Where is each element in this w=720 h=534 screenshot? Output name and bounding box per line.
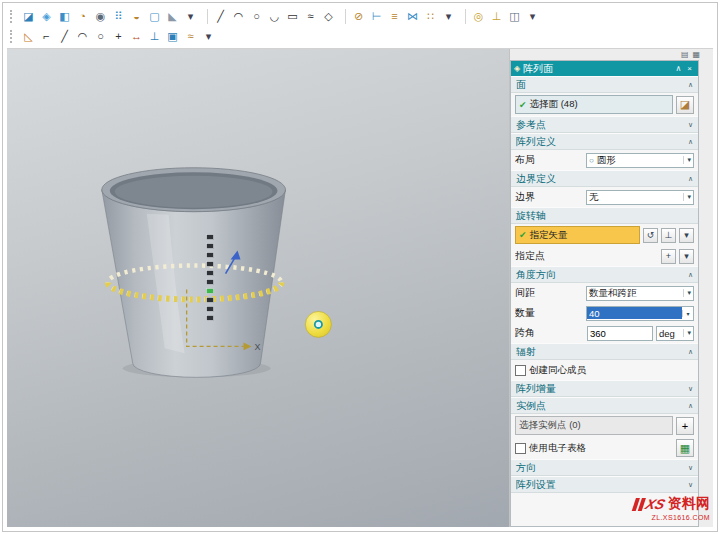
sketch-more-dropdown-icon[interactable]: ▾: [200, 28, 217, 45]
sketch-icon[interactable]: ◪: [20, 8, 37, 25]
count-spinner-icon[interactable]: ▾: [682, 310, 693, 317]
section-radiate-label: 辐射: [516, 345, 536, 359]
chevron-up-icon: ∧: [688, 271, 693, 279]
unite-icon[interactable]: ◒: [128, 8, 145, 25]
boundary-row: 边界 无 ▾: [511, 187, 698, 207]
sketch-point-icon[interactable]: +: [110, 28, 127, 45]
section-radiate[interactable]: 辐射 ∧: [511, 343, 698, 360]
face-button[interactable]: ◪: [676, 96, 694, 114]
watermark-url: ZL.XS1616.COM: [634, 514, 710, 521]
arc-icon[interactable]: ◠: [230, 8, 247, 25]
section-orientation-label: 方向: [516, 461, 536, 475]
panel-pin-icon[interactable]: ▤: [681, 50, 689, 59]
finish-sketch-icon[interactable]: ◺: [20, 28, 37, 45]
concentric-checkbox[interactable]: [515, 365, 526, 376]
span-angle-input[interactable]: [588, 327, 652, 339]
mirror-sketch-icon[interactable]: ▣: [164, 28, 181, 45]
section-pattern-definition[interactable]: 阵列定义 ∧: [511, 133, 698, 150]
dialog-collapse-icon[interactable]: ∧: [673, 64, 684, 73]
select-face-field[interactable]: ✔ 选择面 (48): [515, 95, 673, 114]
count-input[interactable]: [587, 307, 682, 319]
sketch-arc-icon[interactable]: ◠: [74, 28, 91, 45]
studio-spline-icon[interactable]: ≈: [302, 8, 319, 25]
section-orientation[interactable]: 方向 ∨: [511, 459, 698, 476]
spacing-dropdown[interactable]: 数量和跨距 ▾: [586, 286, 694, 301]
toolbar-row-1: ◪◈◧◔◉⠿◒▢◣▾╱◠○◡▭≈◇⊘⊢≡⋈∷▾◎⊥◫▾: [7, 6, 713, 26]
toolbar-separator: [341, 9, 346, 24]
specify-vector-field[interactable]: ✔ 指定矢量: [515, 226, 640, 244]
rectangle-icon[interactable]: ▭: [284, 8, 301, 25]
viewport-3d[interactable]: X: [7, 49, 509, 527]
mirror-curve-icon[interactable]: ⋈: [404, 8, 421, 25]
toolbar-separator: [203, 9, 208, 24]
section-reference-point[interactable]: 参考点 ∨: [511, 116, 698, 133]
dialog-close-icon[interactable]: ×: [684, 64, 695, 73]
vector-options-dropdown[interactable]: ▾: [679, 228, 694, 243]
section-angular-direction[interactable]: 角度方向 ∧: [511, 266, 698, 283]
spreadsheet-button[interactable]: ▦: [676, 439, 694, 457]
circle-icon[interactable]: ○: [248, 8, 265, 25]
span-angle-fieldbox: [587, 326, 653, 341]
spacing-label: 间距: [515, 286, 583, 300]
section-reference-point-label: 参考点: [516, 118, 546, 132]
sketch-line-icon[interactable]: ╱: [56, 28, 73, 45]
pattern-feature-icon[interactable]: ⠿: [110, 8, 127, 25]
datum-csys-icon[interactable]: ⊥: [488, 8, 505, 25]
section-boundary-definition[interactable]: 边界定义 ∧: [511, 170, 698, 187]
count-fieldbox: ▾: [586, 306, 694, 321]
vector-dialog-button[interactable]: ⊥: [661, 228, 676, 243]
main-content: X ▤ ▦ ◈ 阵列面 ∧ ×: [7, 48, 713, 527]
quick-extend-icon[interactable]: ⊢: [368, 8, 385, 25]
offset-curve-icon[interactable]: ≡: [386, 8, 403, 25]
more-tools-dropdown-icon[interactable]: ▾: [524, 8, 541, 25]
point-dialog-button[interactable]: +: [661, 249, 676, 264]
section-rotation-axis[interactable]: 旋转轴: [511, 207, 698, 224]
extrude-icon[interactable]: ◧: [56, 8, 73, 25]
section-pattern-settings[interactable]: 阵列设置 ∨: [511, 476, 698, 493]
point-icon[interactable]: ◎: [470, 8, 487, 25]
check-icon: ✔: [519, 100, 527, 110]
dialog-title: 阵列面: [523, 62, 673, 76]
dropdown-arrow-icon: ▾: [683, 156, 691, 164]
hole-icon[interactable]: ◉: [92, 8, 109, 25]
dialog-gem-icon: ◈: [514, 64, 520, 73]
section-pattern-increment[interactable]: 阵列增量 ∨: [511, 380, 698, 397]
point-options-dropdown[interactable]: ▾: [679, 249, 694, 264]
spreadsheet-checkbox[interactable]: [515, 443, 526, 454]
panel-grid-icon[interactable]: ▦: [692, 50, 700, 59]
feature-more-dropdown-icon[interactable]: ▾: [182, 8, 199, 25]
section-instance-points[interactable]: 实例点 ∧: [511, 397, 698, 414]
datum-plane-icon[interactable]: ◈: [38, 8, 55, 25]
line-icon[interactable]: ╱: [212, 8, 229, 25]
select-instance-field[interactable]: 选择实例点 (0): [515, 416, 673, 435]
drag-handle-ball[interactable]: [305, 311, 331, 337]
check-icon: ✔: [519, 230, 527, 240]
polygon-icon[interactable]: ◇: [320, 8, 337, 25]
dialog-titlebar[interactable]: ◈ 阵列面 ∧ ×: [511, 61, 698, 76]
toolbar-grip[interactable]: [10, 10, 16, 23]
offset-sketch-icon[interactable]: ≈: [182, 28, 199, 45]
revolve-icon[interactable]: ◔: [74, 8, 91, 25]
layout-dropdown[interactable]: ○ 圆形 ▾: [586, 153, 694, 168]
chamfer-icon[interactable]: ◣: [164, 8, 181, 25]
instance-point-button[interactable]: +: [676, 417, 694, 435]
boundary-dropdown[interactable]: 无 ▾: [586, 190, 694, 205]
span-unit-dropdown[interactable]: deg ▾: [656, 326, 694, 341]
shell-icon[interactable]: ▢: [146, 8, 163, 25]
rapid-dimension-icon[interactable]: ↔: [128, 28, 145, 45]
measure-icon[interactable]: ◫: [506, 8, 523, 25]
geometric-constraints-icon[interactable]: ⊥: [146, 28, 163, 45]
quick-trim-icon[interactable]: ⊘: [350, 8, 367, 25]
toolbar-grip[interactable]: [10, 30, 16, 43]
section-face[interactable]: 面 ∧: [511, 76, 698, 93]
specify-vector-row: ✔ 指定矢量 ↺ ⊥ ▾: [511, 224, 698, 246]
sketch-circle-icon[interactable]: ○: [92, 28, 109, 45]
green-handle[interactable]: [207, 288, 214, 293]
reverse-vector-button[interactable]: ↺: [643, 228, 658, 243]
chevron-up-icon: ∧: [688, 348, 693, 356]
fillet-icon[interactable]: ◡: [266, 8, 283, 25]
curve-more-dropdown-icon[interactable]: ▾: [440, 8, 457, 25]
viewport-canvas[interactable]: X: [7, 49, 509, 527]
profile-icon[interactable]: ⌐: [38, 28, 55, 45]
pattern-curve-icon[interactable]: ∷: [422, 8, 439, 25]
